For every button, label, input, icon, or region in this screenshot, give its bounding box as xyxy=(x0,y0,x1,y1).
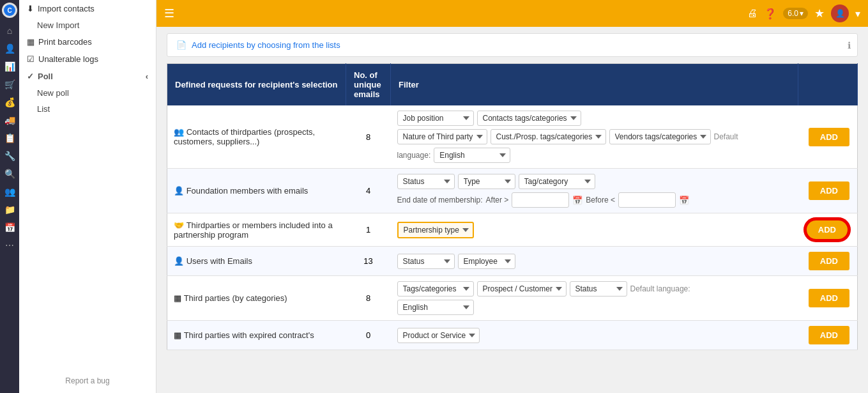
sidebar-item-print-barcodes[interactable]: ▦ Print barcodes xyxy=(19,33,156,50)
sidebar-item-new-import[interactable]: New Import xyxy=(19,17,156,33)
nav-calendar-icon[interactable]: 📅 xyxy=(3,220,17,235)
row1-title: Contacts of thirdparties (prospects, cus… xyxy=(174,127,315,146)
chevron-icon: ‹ xyxy=(146,72,148,81)
row1-filter-job-position[interactable]: Job position xyxy=(397,111,474,126)
sidebar-item-unalterable-logs[interactable]: ☑ Unalterable logs xyxy=(19,50,156,68)
row3-add-button[interactable]: ADD xyxy=(805,219,849,241)
row1-filter-vendors-tags[interactable]: Vendors tags/categories xyxy=(609,129,711,144)
row5-filter-language[interactable]: English xyxy=(397,300,474,315)
doc-icon: 📄 xyxy=(176,40,187,50)
row1-filter-cust-prosp[interactable]: Cust./Prosp. tags/categories xyxy=(491,129,606,144)
row6-title-cell: ▦ Third parties with expired contract's xyxy=(167,321,346,350)
row2-after-calendar-icon[interactable]: 📅 xyxy=(572,196,582,205)
row4-filter-employee[interactable]: Employee xyxy=(458,254,515,269)
row1-add-button[interactable]: ADD xyxy=(809,128,849,146)
row2-filter-type[interactable]: Type xyxy=(458,174,515,189)
table-row: ▦ Third parties with expired contract's … xyxy=(167,321,858,350)
user-avatar[interactable]: 👤 xyxy=(831,4,849,22)
row2-after-label: After > xyxy=(486,196,509,204)
row1-filter-contacts-tags[interactable]: Contacts tags/categories xyxy=(477,111,581,126)
table-row: 👤 Foundation members with emails 4 Statu… xyxy=(167,169,858,213)
row2-add-button[interactable]: ADD xyxy=(809,181,849,200)
nav-tool-icon[interactable]: 🔧 xyxy=(3,149,17,163)
row3-icon: 🤝 xyxy=(174,220,184,230)
row6-action-cell: ADD xyxy=(798,321,858,350)
row2-before-input[interactable] xyxy=(618,192,676,208)
barcode-icon: ▦ xyxy=(27,37,34,47)
icon-sidebar: C ⌂ 👤 📊 🛒 💰 🚚 📋 🔧 🔍 👥 📁 📅 ⋯ xyxy=(0,0,19,393)
log-icon: ☑ xyxy=(27,54,34,64)
app-logo[interactable]: C xyxy=(2,3,17,18)
row3-count: 1 xyxy=(346,213,391,247)
row1-count: 8 xyxy=(346,105,391,169)
nav-person-icon[interactable]: 👥 xyxy=(3,185,17,199)
version-chevron-icon: ▾ xyxy=(800,9,803,18)
print-icon[interactable]: 🖨 xyxy=(747,8,758,19)
info-text: Add recipients by choosing from the list… xyxy=(192,40,340,50)
row4-title: Users with Emails xyxy=(187,256,252,266)
recipients-table: Defined requests for recipient's selecti… xyxy=(167,63,858,350)
row1-filter-nature[interactable]: Nature of Third party xyxy=(397,129,487,144)
table-row: 👥 Contacts of thirdparties (prospects, c… xyxy=(167,105,858,169)
row5-filter-cell: Tags/categories Prospect / Customer Stat… xyxy=(391,276,798,321)
row4-add-button[interactable]: ADD xyxy=(809,252,849,270)
sidebar-item-import-contacts[interactable]: ⬇ Import contacts xyxy=(19,0,156,17)
info-bar: 📄 Add recipients by choosing from the li… xyxy=(167,33,858,57)
nav-home-icon[interactable]: ⌂ xyxy=(3,24,17,38)
sidebar-item-poll[interactable]: ✓ Poll ‹ xyxy=(19,68,156,85)
row2-filter-tag-category[interactable]: Tag/category xyxy=(519,174,595,189)
sidebar-item-new-poll[interactable]: New poll xyxy=(19,85,156,101)
nav-clipboard-icon[interactable]: 📋 xyxy=(3,131,17,145)
row4-filter-cell: Status Employee xyxy=(391,247,798,276)
user-chevron-icon[interactable]: ▾ xyxy=(855,8,860,20)
sidebar-item-list[interactable]: List xyxy=(19,101,156,117)
nav-cart-icon[interactable]: 🛒 xyxy=(3,77,17,91)
row6-filter-product-service[interactable]: Product or Service xyxy=(397,328,480,343)
row2-before-label: Before < xyxy=(586,196,615,204)
row2-title-cell: 👤 Foundation members with emails xyxy=(167,169,346,213)
row6-title: Third parties with expired contract's xyxy=(184,330,314,340)
help-icon[interactable]: ❓ xyxy=(764,8,777,20)
report-bug-link[interactable]: Report a bug xyxy=(19,369,156,393)
row5-count: 8 xyxy=(346,276,391,321)
row5-filter-status[interactable]: Status xyxy=(570,281,627,297)
row5-filter-prospect-customer[interactable]: Prospect / Customer xyxy=(477,281,567,297)
main-content: ☰ 🖨 ❓ 6.0 ▾ ★ 👤 ▾ 📄 Add recipients by ch… xyxy=(156,0,868,393)
row4-filter-status[interactable]: Status xyxy=(397,254,455,269)
nav-user-icon[interactable]: 👤 xyxy=(3,42,17,56)
row5-add-button[interactable]: ADD xyxy=(809,289,849,307)
row3-filter-partnership-type[interactable]: Partnership type xyxy=(397,222,474,238)
table-row: 👤 Users with Emails 13 Status Employee xyxy=(167,247,858,276)
row2-filter-status[interactable]: Status xyxy=(397,174,455,189)
col-header-filter: Filter xyxy=(391,64,798,106)
row6-count: 0 xyxy=(346,321,391,350)
row3-title: Thirdparties or members included into a … xyxy=(174,220,333,240)
row5-filter-tags-categories[interactable]: Tags/categories xyxy=(397,281,474,297)
version-badge: 6.0 ▾ xyxy=(783,8,808,19)
nav-dots-icon[interactable]: ⋯ xyxy=(3,238,17,252)
row2-action-cell: ADD xyxy=(798,169,858,213)
row1-filter-language[interactable]: English xyxy=(434,148,510,163)
row2-count: 4 xyxy=(346,169,391,213)
nav-chart-icon[interactable]: 📊 xyxy=(3,59,17,73)
nav-truck-icon[interactable]: 🚚 xyxy=(3,113,17,127)
row2-after-input[interactable] xyxy=(512,192,569,208)
star-icon[interactable]: ★ xyxy=(814,6,825,20)
nav-money-icon[interactable]: 💰 xyxy=(3,95,17,109)
import-icon: ⬇ xyxy=(27,4,34,13)
svg-text:C: C xyxy=(7,7,11,14)
col-header-defined: Defined requests for recipient's selecti… xyxy=(167,64,346,106)
row2-before-calendar-icon[interactable]: 📅 xyxy=(679,196,689,205)
nav-search-icon[interactable]: 🔍 xyxy=(3,167,17,181)
row6-add-button[interactable]: ADD xyxy=(809,326,849,344)
row1-lang-label: language: xyxy=(397,151,431,160)
row3-filter-cell: Partnership type xyxy=(391,213,798,247)
topbar: ☰ 🖨 ❓ 6.0 ▾ ★ 👤 ▾ xyxy=(156,0,868,27)
nav-folder-icon[interactable]: 📁 xyxy=(3,203,17,217)
row4-action-cell: ADD xyxy=(798,247,858,276)
row3-action-cell: ADD xyxy=(798,213,858,247)
row6-icon: ▦ xyxy=(174,330,181,340)
hamburger-icon[interactable]: ☰ xyxy=(164,6,174,20)
col-header-action xyxy=(798,64,858,106)
row1-icon: 👥 xyxy=(174,127,184,137)
